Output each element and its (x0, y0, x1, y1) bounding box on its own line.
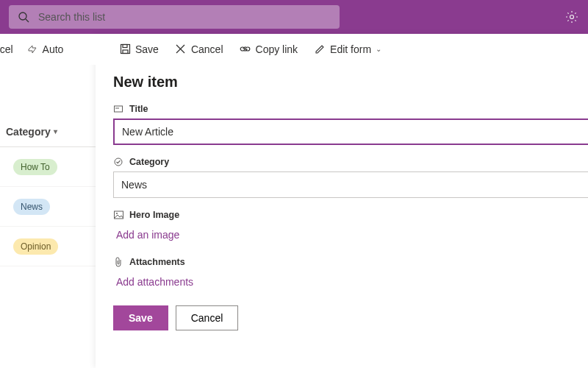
suite-header (0, 0, 588, 34)
column-header-category[interactable]: Category ▾ (0, 116, 96, 147)
choice-icon (113, 157, 123, 167)
add-attachments-link[interactable]: Add attachments (113, 272, 196, 292)
panel-body: New item Title Category News (96, 65, 588, 368)
new-item-panel: Save Cancel Copy link Edit form ⌄ New it… (96, 34, 588, 368)
svg-point-16 (240, 47, 245, 51)
category-pill: How To (13, 159, 57, 175)
column-header-label: Category (6, 126, 51, 138)
svg-line-1 (26, 19, 29, 22)
svg-point-2 (570, 15, 574, 19)
save-button[interactable]: Save (113, 305, 168, 330)
automate-button[interactable]: Auto (26, 43, 64, 55)
add-image-link[interactable]: Add an image (113, 224, 182, 245)
text-field-icon (113, 104, 123, 114)
category-pill: Opinion (13, 238, 58, 255)
svg-rect-11 (121, 45, 129, 54)
list-row[interactable]: Opinion (0, 227, 96, 266)
svg-rect-12 (123, 45, 127, 48)
title-input[interactable] (113, 118, 588, 145)
panel-toolbar: Save Cancel Copy link Edit form ⌄ (96, 34, 588, 65)
panel-title: New item (113, 74, 588, 91)
save-icon (119, 43, 131, 55)
link-icon (240, 43, 251, 55)
svg-line-8 (575, 20, 576, 21)
category-pill: News (13, 199, 50, 215)
close-icon (175, 43, 187, 55)
copy-link-label: Copy link (256, 43, 298, 55)
automate-label: Auto (43, 43, 64, 55)
export-to-excel-button[interactable]: t to Excel (0, 43, 13, 55)
attachments-label: Attachments (129, 257, 185, 267)
hero-label: Hero Image (129, 210, 179, 220)
panel-footer: Save Cancel (113, 305, 588, 330)
field-attachments: Attachments Add attachments (113, 257, 588, 292)
category-label: Category (129, 157, 169, 167)
search-box[interactable] (9, 5, 340, 29)
attachment-icon (113, 257, 123, 267)
cancel-button[interactable]: Cancel (176, 305, 239, 330)
title-label: Title (129, 104, 148, 114)
list-background: Category ▾ How To News Opinion (0, 65, 96, 368)
panel-save-command[interactable]: Save (119, 43, 159, 55)
panel-cancel-label: Cancel (191, 43, 223, 55)
field-hero-image: Hero Image Add an image (113, 210, 588, 245)
list-command-bar: t to Excel Auto (0, 34, 110, 65)
svg-line-7 (567, 13, 568, 13)
svg-rect-21 (114, 211, 123, 219)
svg-rect-13 (123, 50, 128, 54)
settings-icon[interactable] (564, 10, 579, 24)
list-row[interactable]: News (0, 187, 96, 227)
search-input[interactable] (38, 11, 332, 23)
copy-link-command[interactable]: Copy link (240, 43, 298, 55)
edit-icon (314, 43, 326, 55)
panel-save-label: Save (135, 43, 159, 55)
category-value: News (121, 179, 147, 191)
list-row[interactable]: How To (0, 147, 96, 187)
svg-line-10 (575, 13, 576, 13)
svg-point-0 (19, 13, 26, 20)
export-label: t to Excel (0, 43, 13, 55)
automate-icon (26, 43, 38, 55)
image-icon (113, 210, 123, 220)
svg-point-22 (116, 213, 118, 214)
svg-rect-18 (115, 106, 123, 112)
svg-point-17 (245, 47, 250, 51)
panel-cancel-command[interactable]: Cancel (175, 43, 223, 55)
edit-form-label: Edit form (330, 43, 371, 55)
category-combobox[interactable]: News (113, 171, 588, 198)
chevron-down-icon: ▾ (54, 127, 57, 135)
search-icon (16, 10, 31, 24)
edit-form-command[interactable]: Edit form ⌄ (314, 43, 381, 55)
svg-line-9 (567, 20, 568, 21)
chevron-down-icon: ⌄ (376, 45, 381, 53)
field-title: Title (113, 104, 588, 145)
field-category: Category News (113, 157, 588, 198)
